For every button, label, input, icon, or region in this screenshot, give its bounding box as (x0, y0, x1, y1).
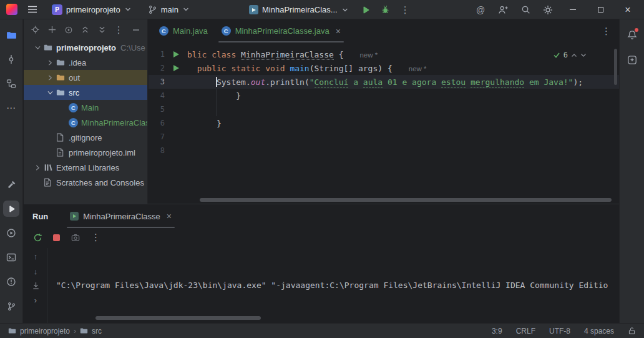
run-line-icon[interactable] (173, 51, 179, 57)
tab-minhaprimeiraclasse-java[interactable]: C MinhaPrimeiraClasse.java × (215, 19, 348, 42)
expand-icon[interactable]: › (34, 296, 37, 305)
code-line[interactable]: 2 public static void main(String[] args)… (149, 61, 619, 75)
line-separator-widget[interactable]: CRLF (516, 327, 535, 336)
maximize-button[interactable] (587, 1, 614, 19)
tree-item-project-root[interactable]: primeiroprojeto C:\Use (24, 40, 147, 55)
code-line[interactable]: 8 (149, 144, 619, 157)
code-text: blic class MinhaPrimeiraClasse {new * (187, 50, 378, 59)
structure-tool-icon[interactable] (3, 76, 19, 92)
chevron-icon[interactable] (44, 74, 56, 81)
branch-widget[interactable]: main (144, 3, 194, 16)
add-icon[interactable] (48, 24, 56, 35)
run-configuration-widget[interactable]: MinhaPrimeiraClas... (245, 3, 353, 16)
collapse-all-icon[interactable] (81, 24, 89, 35)
tree-item-src-folder[interactable]: src (24, 85, 147, 100)
close-button[interactable]: × (614, 1, 642, 19)
tree-item-gitignore[interactable]: .gitignore (24, 130, 147, 145)
tree-item-main-class[interactable]: C Main (24, 100, 147, 115)
source-folder-icon (56, 88, 69, 97)
breadcrumb-project[interactable]: primeiroprojeto (20, 327, 70, 336)
services-tool-icon[interactable] (3, 225, 19, 241)
code-with-me-icon[interactable]: @ (469, 2, 492, 18)
problems-tool-icon[interactable] (3, 274, 19, 290)
thread-dump-button[interactable] (71, 233, 80, 242)
close-icon[interactable]: × (336, 27, 341, 36)
chevron-icon[interactable] (44, 89, 56, 96)
rerun-button[interactable] (33, 233, 42, 242)
locate-icon[interactable] (64, 24, 73, 35)
search-icon[interactable] (514, 2, 537, 18)
run-button[interactable] (358, 2, 373, 17)
code-line[interactable]: 7 (149, 130, 619, 144)
terminal-tool-icon[interactable] (3, 249, 19, 266)
add-user-icon[interactable] (492, 2, 514, 18)
class-ref-token: System (217, 77, 246, 87)
down-stack-trace-icon[interactable]: ↓ (34, 267, 38, 276)
project-tool-icon[interactable] (3, 27, 19, 43)
chevron-down-icon (341, 6, 349, 14)
inspections-widget[interactable]: 6 (549, 49, 590, 61)
editor-vertical-scrollbar[interactable] (614, 49, 617, 85)
gutter[interactable] (165, 51, 187, 57)
chevron-icon[interactable] (31, 44, 44, 51)
more-icon[interactable]: ⋮ (602, 26, 612, 37)
stop-button[interactable] (53, 234, 60, 241)
build-tool-icon[interactable] (3, 176, 19, 192)
tree-item-label: Scratches and Consoles (56, 178, 144, 187)
tab-main-java[interactable]: C Main.java (152, 19, 215, 42)
main-menu-icon[interactable] (25, 2, 40, 17)
commit-tool-icon[interactable] (3, 51, 19, 67)
code-line[interactable]: 5 (149, 102, 619, 116)
options-icon[interactable]: ⋮ (114, 24, 124, 35)
code-line[interactable]: 4 } (149, 89, 619, 102)
tree-item-idea-folder[interactable]: .idea (24, 55, 147, 70)
gutter[interactable] (165, 65, 187, 71)
soft-wrap-icon[interactable] (32, 282, 40, 290)
tree-item-external-libraries[interactable]: External Libraries (24, 160, 147, 175)
run-panel-title: Run (32, 212, 48, 221)
code-line[interactable]: 1 blic class MinhaPrimeiraClasse {new * (149, 47, 619, 61)
version-control-tool-icon[interactable] (3, 298, 19, 314)
tree-item-scratches[interactable]: Scratches and Consoles (24, 175, 147, 190)
folder-icon (80, 327, 88, 335)
inlay-hint[interactable]: new * (409, 65, 427, 72)
code-editor[interactable]: 1 blic class MinhaPrimeiraClasse {new * … (149, 42, 619, 204)
expand-all-icon[interactable] (98, 24, 106, 35)
caret-position-widget[interactable]: 3:9 (492, 327, 502, 336)
branch-widget-label: main (161, 5, 178, 14)
run-config-label: MinhaPrimeiraClas... (262, 5, 338, 14)
project-widget[interactable]: P primeiroprojeto (47, 2, 136, 17)
console-horizontal-scrollbar[interactable] (95, 316, 261, 320)
more-options-icon[interactable]: ⋮ (91, 232, 101, 243)
chevron-icon[interactable] (44, 59, 56, 66)
run-tab-minhaprimeiraclasse[interactable]: MinhaPrimeiraClasse × (64, 204, 177, 228)
settings-gear-icon[interactable] (537, 2, 559, 18)
editor-horizontal-scrollbar[interactable] (187, 198, 612, 202)
inlay-hint[interactable]: new * (359, 51, 378, 59)
select-opened-file-icon[interactable] (31, 24, 40, 35)
up-stack-trace-icon[interactable]: ↑ (34, 252, 38, 261)
code-line-current[interactable]: 3 System.out.println("Concluí a aula 01 … (149, 75, 619, 89)
tree-item-out-folder[interactable]: out (24, 70, 147, 85)
run-tool-icon[interactable] (3, 201, 19, 217)
more-actions-icon[interactable]: ⋮ (398, 2, 413, 17)
more-tool-windows-icon[interactable]: ⋯ (3, 100, 19, 116)
notifications-bell-icon[interactable] (624, 27, 640, 43)
indent-widget[interactable]: 4 spaces (584, 327, 614, 336)
breadcrumb: primeiroprojeto › src (8, 327, 102, 336)
hide-panel-icon[interactable] (132, 24, 140, 35)
tree-item-iml-file[interactable]: primeiroprojeto.iml (24, 145, 147, 160)
close-icon[interactable]: × (167, 212, 172, 221)
debug-button[interactable] (378, 2, 393, 17)
tree-item-label: MinhaPrimeiraClasse (81, 118, 147, 127)
breadcrumb-src[interactable]: src (92, 327, 102, 336)
run-line-icon[interactable] (173, 65, 179, 71)
minimize-button[interactable] (559, 1, 587, 19)
readonly-lock-icon[interactable] (628, 327, 636, 335)
console-output[interactable]: "C:\Program Files\Java\jdk-23\bin\java.e… (47, 248, 619, 323)
chevron-icon[interactable] (31, 164, 44, 171)
encoding-widget[interactable]: UTF-8 (549, 327, 570, 336)
code-line[interactable]: 6 } (149, 116, 619, 130)
ai-assistant-icon[interactable] (624, 52, 640, 68)
tree-item-minhaprimeiraclasse-class[interactable]: C MinhaPrimeiraClasse (24, 115, 147, 130)
